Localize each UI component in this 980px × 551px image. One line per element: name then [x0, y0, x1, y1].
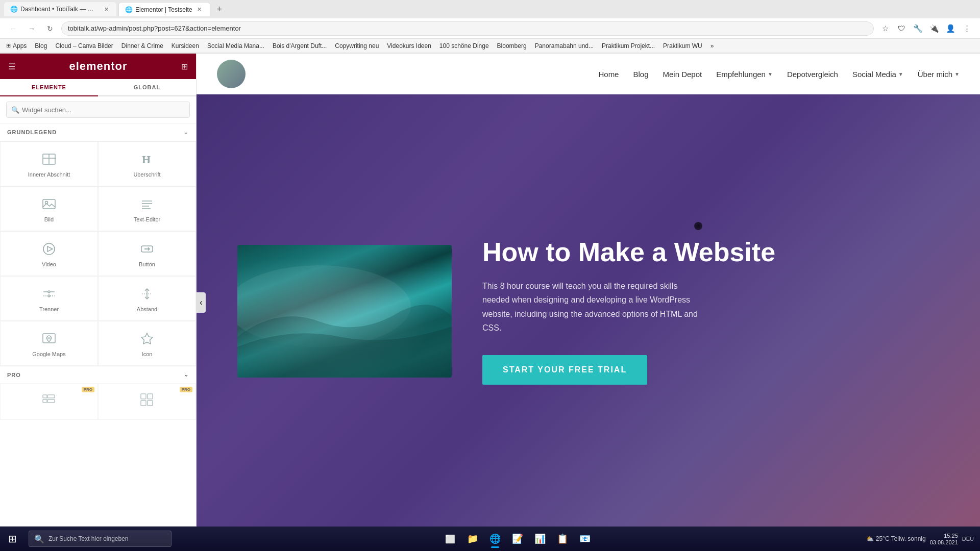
- pro-section-header[interactable]: PRO ⌄: [0, 366, 196, 383]
- browser-tab-1[interactable]: 🌐 Dashboard • TobiTalk — WordPr... ✕: [4, 2, 116, 16]
- hero-cta-button[interactable]: START YOUR FREE TRIAL: [482, 355, 647, 385]
- bookmark-praktikum-projekt[interactable]: Praktikum Projekt...: [602, 42, 655, 49]
- grundlegend-section-header[interactable]: GRUNDLEGEND ⌄: [0, 123, 196, 141]
- apps-icon: ⊞: [6, 42, 11, 49]
- bookmark-canva[interactable]: Cloud – Canva Bilder: [55, 42, 113, 49]
- chrome-icon: 🌐: [489, 533, 501, 544]
- divider-icon: [40, 285, 58, 303]
- search-input[interactable]: [6, 102, 190, 118]
- bookmark-bois[interactable]: Bois d'Argent Duft...: [273, 42, 327, 49]
- bookmark-label-social: Social Media Mana...: [207, 42, 264, 49]
- hero-image-wave: [237, 245, 452, 378]
- nav-icons-group: ☆ 🛡 🔧 🔌 👤 ⋮: [878, 21, 974, 36]
- svg-rect-26: [47, 395, 55, 398]
- nav-home[interactable]: Home: [598, 70, 619, 79]
- bookmark-social[interactable]: Social Media Mana...: [207, 42, 264, 49]
- back-button[interactable]: ←: [6, 21, 20, 36]
- grid-apps-icon[interactable]: ⊞: [181, 62, 188, 71]
- menu-icon[interactable]: ⋮: [960, 21, 974, 36]
- bookmark-kurs[interactable]: Kursideen: [172, 42, 199, 49]
- taskbar-app-word[interactable]: 📝: [507, 529, 528, 549]
- browser-tab-2[interactable]: 🌐 Elementor | Testseite ✕: [118, 2, 210, 16]
- taskbar-search[interactable]: 🔍 Zur Suche Text hier eingeben: [29, 531, 172, 547]
- ueber-mich-dropdown-icon: ▼: [954, 71, 960, 77]
- weather-widget[interactable]: ⛅ 25°C Teilw. sonnig: [866, 535, 926, 542]
- bookmark-more[interactable]: »: [710, 42, 714, 49]
- widget-button[interactable]: Button: [98, 231, 196, 276]
- bookmark-label-blog: Blog: [35, 42, 47, 49]
- nav-social-media[interactable]: Social Media ▼: [852, 70, 903, 79]
- clock-time: 15:25: [944, 533, 958, 539]
- widget-divider[interactable]: Trenner: [0, 276, 98, 321]
- new-tab-button[interactable]: +: [212, 2, 227, 16]
- bookmark-label-copy: Copywriting neu: [335, 42, 379, 49]
- tab-close-1[interactable]: ✕: [102, 5, 110, 13]
- nav-mein-depot[interactable]: Mein Depot: [663, 70, 702, 79]
- hero-description: This 8 hour course will teach you all th…: [482, 279, 707, 335]
- taskbar-app-chrome[interactable]: 🌐: [485, 529, 505, 549]
- widget-label-heading: Überschrift: [133, 171, 160, 178]
- refresh-button[interactable]: ↻: [43, 21, 57, 36]
- taskbar-apps: ⬜ 📁 🌐 📝 📊 📋 📧: [176, 529, 860, 549]
- widgets-grid: Innerer Abschnitt H Überschrift: [0, 141, 196, 366]
- widget-text-editor[interactable]: Text-Editor: [98, 186, 196, 231]
- sidebar-collapse-handle[interactable]: ‹: [197, 292, 206, 313]
- forward-button[interactable]: →: [24, 21, 39, 36]
- taskbar-app-outlook[interactable]: 📧: [575, 529, 595, 549]
- elementor-header-left-icons: ☰: [8, 62, 15, 71]
- bookmark-star-icon[interactable]: ☆: [878, 21, 892, 36]
- bookmark-blog[interactable]: Blog: [35, 42, 47, 49]
- extension-icon-3[interactable]: 🔌: [927, 21, 941, 36]
- tab-title-1: Dashboard • TobiTalk — WordPr...: [20, 6, 99, 13]
- start-button[interactable]: ⊞: [0, 527, 24, 551]
- widget-label-google-maps: Google Maps: [32, 351, 65, 357]
- widget-google-maps[interactable]: Google Maps: [0, 321, 98, 366]
- taskbar-app-explorer[interactable]: 📁: [462, 529, 483, 549]
- bookmark-label-praktikum-projekt: Praktikum Projekt...: [602, 42, 655, 49]
- bookmark-praktikum-wu[interactable]: Praktikum WU: [663, 42, 702, 49]
- elementor-header-right-icons: ⊞: [181, 62, 188, 71]
- bookmark-panorama[interactable]: Panoramabahn und...: [535, 42, 594, 49]
- nav-blog[interactable]: Blog: [633, 70, 648, 79]
- pro-widget-list[interactable]: PRO: [0, 383, 98, 420]
- outlook-icon: 📧: [579, 533, 591, 544]
- bookmark-bloomberg[interactable]: Bloomberg: [497, 42, 527, 49]
- nav-ueber-mich[interactable]: Über mich ▼: [918, 70, 960, 79]
- word-icon: 📝: [512, 533, 523, 544]
- bookmark-copy[interactable]: Copywriting neu: [335, 42, 379, 49]
- bookmark-apps[interactable]: ⊞ Apps: [6, 42, 27, 49]
- widget-label-button: Button: [139, 261, 155, 267]
- mouse-cursor: [694, 222, 702, 230]
- taskbar-app-excel[interactable]: 📊: [530, 529, 550, 549]
- widget-label-text-editor: Text-Editor: [134, 216, 161, 222]
- bookmark-video[interactable]: Videokurs Ideen: [387, 42, 431, 49]
- pro-widget-grid[interactable]: PRO: [98, 383, 196, 420]
- taskbar-app-powerpoint[interactable]: 📋: [552, 529, 573, 549]
- bookmark-dinner[interactable]: Dinner & Crime: [121, 42, 163, 49]
- clock-date[interactable]: 15:25 03.08.2021: [930, 533, 958, 545]
- clock-date-text: 03.08.2021: [930, 539, 958, 545]
- tab-elements[interactable]: ELEMENTE: [0, 79, 98, 96]
- hamburger-menu-icon[interactable]: ☰: [8, 62, 15, 71]
- bookmark-100[interactable]: 100 schöne Dinge: [439, 42, 489, 49]
- widget-video[interactable]: Video: [0, 231, 98, 276]
- taskbar-app-taskview[interactable]: ⬜: [440, 529, 460, 549]
- widget-heading[interactable]: H Überschrift: [98, 141, 196, 186]
- tab-close-2[interactable]: ✕: [195, 6, 204, 14]
- svg-rect-32: [148, 400, 153, 406]
- extension-icon-2[interactable]: 🔧: [911, 21, 925, 36]
- heading-icon: H: [138, 150, 156, 168]
- address-bar[interactable]: tobitalk.at/wp-admin/post.php?post=627&a…: [61, 21, 874, 36]
- user-avatar-icon[interactable]: 👤: [943, 21, 958, 36]
- extension-icon-1[interactable]: 🛡: [894, 21, 909, 36]
- powerpoint-icon: 📋: [557, 533, 568, 544]
- widget-spacer[interactable]: Abstand: [98, 276, 196, 321]
- widget-icon[interactable]: Icon: [98, 321, 196, 366]
- nav-empfehlungen[interactable]: Empfehlungen ▼: [716, 70, 773, 79]
- nav-depotvergleich[interactable]: Depotvergleich: [787, 70, 838, 79]
- wave-svg: [237, 245, 452, 378]
- tab-global[interactable]: GLOBAL: [98, 79, 196, 95]
- browser-nav-bar: ← → ↻ tobitalk.at/wp-admin/post.php?post…: [0, 18, 980, 39]
- widget-image[interactable]: Bild: [0, 186, 98, 231]
- widget-inner-section[interactable]: Innerer Abschnitt: [0, 141, 98, 186]
